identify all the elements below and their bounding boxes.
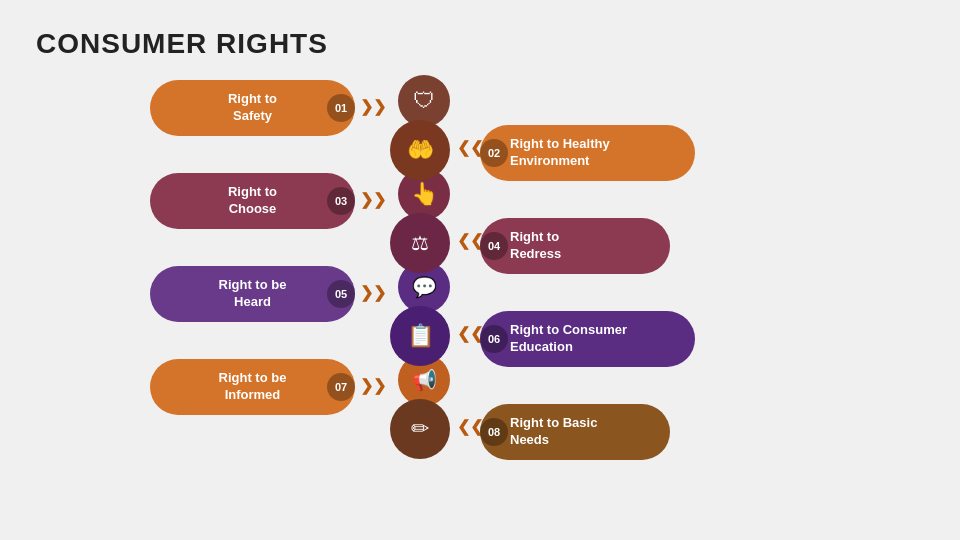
right-pill-4-num: 04	[480, 232, 508, 260]
page-title: CONSUMER RIGHTS	[36, 28, 924, 60]
left-pill-1-label: Right toSafety	[228, 91, 277, 125]
right-pill-2-num: 02	[480, 139, 508, 167]
right-pill-6-num: 06	[480, 325, 508, 353]
circle-pencil: ✏	[390, 399, 450, 459]
left-pill-3: Right toChoose 03	[150, 173, 355, 229]
right-pill-2-label: Right to HealthyEnvironment	[510, 136, 610, 170]
left-pill-1: Right toSafety 01	[150, 80, 355, 136]
right-pill-6-label: Right to ConsumerEducation	[510, 322, 627, 356]
right-pill-4: 04 Right toRedress	[480, 218, 670, 274]
left-pill-5-label: Right to beHeard	[219, 277, 287, 311]
circle-book: 📋	[390, 306, 450, 366]
right-pill-8-label: Right to BasicNeeds	[510, 415, 597, 449]
right-pill-6: 06 Right to ConsumerEducation	[480, 311, 695, 367]
circle-shield: 🛡	[398, 75, 450, 127]
right-pill-8: 08 Right to BasicNeeds	[480, 404, 670, 460]
arrow-7: ❯❯	[360, 376, 386, 395]
right-pill-2: 02 Right to HealthyEnvironment	[480, 125, 695, 181]
right-pill-8-num: 08	[480, 418, 508, 446]
left-pill-7-num: 07	[327, 373, 355, 401]
circle-scale: ⚖	[390, 213, 450, 273]
arrow-5: ❯❯	[360, 283, 386, 302]
left-pill-3-num: 03	[327, 187, 355, 215]
left-pill-7: Right to beInformed 07	[150, 359, 355, 415]
left-pill-5-num: 05	[327, 280, 355, 308]
diagram: Right toSafety 01 ❯❯ Right toChoose 03 ❯…	[150, 75, 830, 525]
right-pill-4-label: Right toRedress	[510, 229, 561, 263]
left-pill-5: Right to beHeard 05	[150, 266, 355, 322]
circle-hands: 🤲	[390, 120, 450, 180]
arrow-3: ❯❯	[360, 190, 386, 209]
left-pill-7-label: Right to beInformed	[219, 370, 287, 404]
page: CONSUMER RIGHTS Right toSafety 01 ❯❯ Rig…	[0, 0, 960, 540]
arrow-1: ❯❯	[360, 97, 386, 116]
left-pill-3-label: Right toChoose	[228, 184, 277, 218]
left-pill-1-num: 01	[327, 94, 355, 122]
